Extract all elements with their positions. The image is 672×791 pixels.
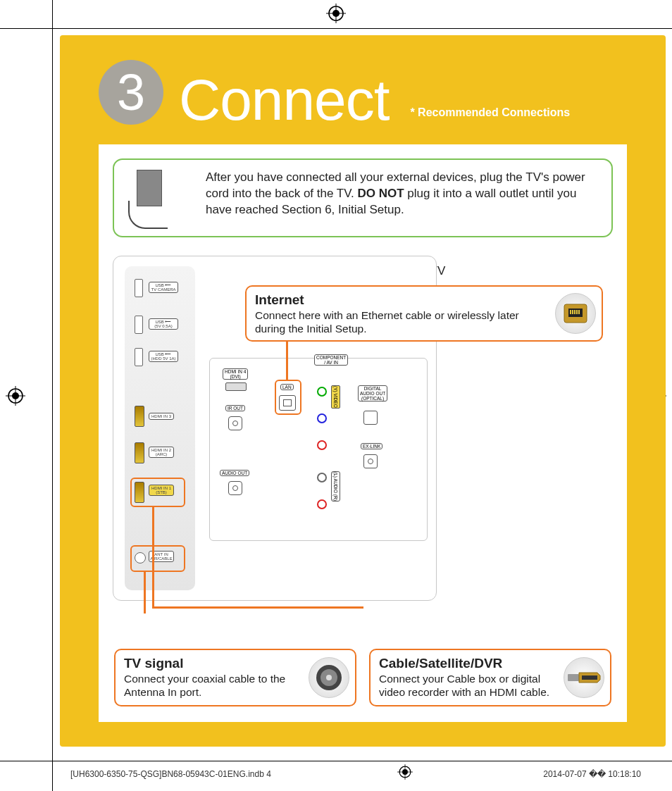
audioout-label: AUDIO OUT (220, 470, 249, 476)
internet-leader-line (286, 342, 288, 380)
hdmi-cable-icon (564, 657, 604, 698)
ethernet-port-icon (555, 293, 596, 334)
page-background: 3 Connect * Recommended Connections Afte… (60, 35, 666, 747)
svg-rect-18 (578, 310, 580, 314)
inner-port-panel: HDMI IN 4 (DVI) IR OUT AUDIO OUT LAN (209, 358, 428, 541)
svg-rect-17 (576, 310, 578, 314)
component-y-jack (317, 387, 327, 397)
crop-line-top (0, 28, 672, 29)
ant-leader-v (144, 571, 146, 614)
audioout-port (228, 481, 242, 495)
svg-rect-15 (572, 310, 573, 314)
irout-port (228, 416, 242, 430)
page-title: Connect (179, 75, 389, 125)
lan-label: LAN (280, 384, 294, 390)
hdmi1-port (135, 482, 144, 503)
registration-mark-left (6, 386, 25, 406)
footer-file: [UH6300-6350-75-QSG]BN68-05943C-01ENG.in… (70, 769, 271, 779)
hdmi4-port (225, 382, 247, 391)
hdmi1-leader-v (152, 506, 154, 608)
notice-bold: DO NOT (357, 187, 404, 200)
power-notice-text: After you have connected all your extern… (206, 170, 599, 218)
diagram-zone: Connection panel on the back of the TV U… (113, 256, 613, 616)
digital-audio-label: DIGITAL AUDIO OUT (OPTICAL) (358, 385, 387, 401)
bottom-callouts-row: TV signal Connect your coaxial cable to … (114, 649, 611, 706)
component-label: COMPONENT / AV IN (314, 354, 348, 366)
audio-lr-label: (L) AUDIO (R) (331, 471, 340, 502)
hdmi1-label: HDMI IN 1 (STB) (149, 485, 174, 496)
usb-hdd-port (135, 348, 143, 366)
registration-mark-footer (397, 764, 417, 784)
internet-callout: Internet Connect here with an Ethernet c… (245, 285, 603, 342)
usb-5v-label: USB ⟵ (5V 0.5A) (149, 318, 178, 330)
exlink-label: EX-LINK (361, 443, 382, 449)
hdmi2-port (135, 442, 144, 463)
crop-line-bottom (0, 761, 672, 761)
tv-signal-body: Connect your coaxial cable to the Antenn… (124, 673, 296, 699)
internet-title: Internet (255, 292, 541, 308)
component-pb-jack (317, 413, 327, 423)
power-plug-icon (124, 170, 194, 226)
audio-r-jack (317, 499, 327, 509)
exlink-port (363, 454, 378, 468)
hdmi2-label: HDMI IN 2 (ARC) (149, 447, 174, 458)
svg-point-21 (326, 675, 332, 680)
hdmi1-leader-h (152, 606, 363, 609)
usb-tv-camera-label: USB ⟵ TV CAMERA (149, 282, 178, 293)
audio-l-jack (317, 473, 327, 482)
usb-tv-camera-port (135, 279, 143, 297)
svg-rect-23 (582, 675, 597, 680)
page-subtitle: * Recommended Connections (410, 106, 570, 119)
registration-mark-top (326, 4, 346, 23)
internet-body: Connect here with an Ethernet cable or w… (255, 309, 541, 336)
usb-5v-port (135, 316, 143, 334)
hdmi3-port (135, 406, 144, 427)
print-footer: [UH6300-6350-75-QSG]BN68-05943C-01ENG.in… (70, 764, 641, 784)
content-card: After you have connected all your extern… (99, 144, 627, 722)
component-pr-jack (317, 440, 327, 450)
cable-dvr-body: Connect your Cable box or digital video … (379, 673, 551, 699)
ant-in-port (135, 552, 146, 563)
tv-signal-title: TV signal (124, 656, 296, 671)
svg-rect-22 (568, 674, 579, 681)
digital-audio-port (363, 411, 378, 425)
power-notice-box: After you have connected all your extern… (113, 158, 613, 237)
cable-dvr-title: Cable/Satellite/DVR (379, 656, 551, 671)
lan-port (279, 395, 296, 411)
coax-cable-icon (309, 657, 349, 698)
video-y-label: (Y) VIDEO (331, 385, 340, 409)
page-header: 3 Connect * Recommended Connections (99, 60, 627, 125)
cable-dvr-callout: Cable/Satellite/DVR Connect your Cable b… (369, 649, 611, 706)
usb-hdd-label: USB ⟵ (HDD 5V 1A) (149, 351, 178, 362)
side-port-strip: USB ⟵ TV CAMERA USB ⟵ (5V 0.5A) USB ⟵ (H… (125, 266, 195, 590)
tv-signal-callout: TV signal Connect your coaxial cable to … (114, 649, 356, 706)
svg-rect-16 (574, 310, 575, 314)
hdmi4-label: HDMI IN 4 (DVI) (223, 368, 248, 380)
step-number-circle: 3 (99, 60, 163, 125)
hdmi3-label: HDMI IN 3 (149, 413, 174, 420)
svg-rect-14 (570, 310, 571, 314)
crop-line-left (52, 0, 53, 791)
footer-date: 2014-07-07 �� 10:18:10 (543, 769, 641, 779)
irout-label: IR OUT (225, 405, 245, 411)
